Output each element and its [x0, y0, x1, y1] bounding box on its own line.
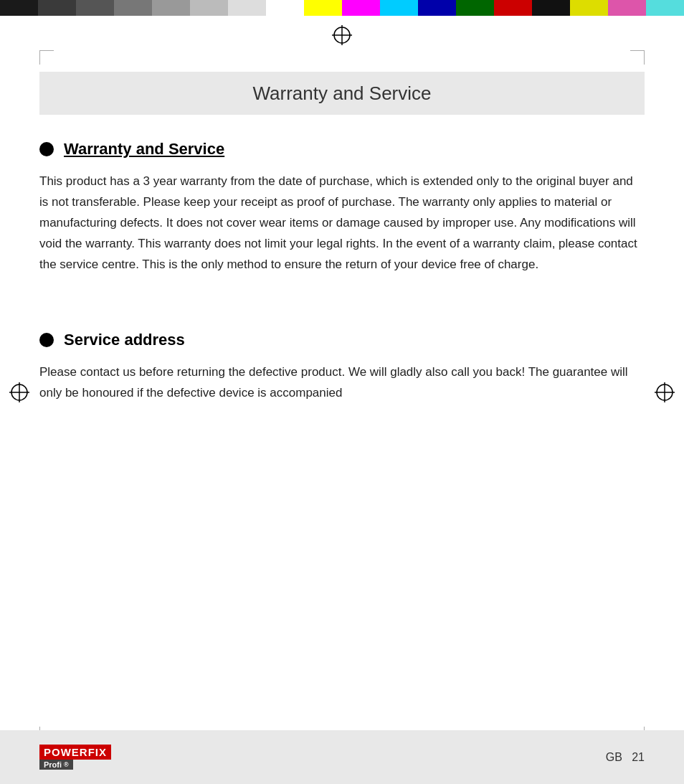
color-bar	[0, 0, 684, 16]
footer: POWERFIX Profi ® GB 21	[0, 730, 684, 784]
color-segment	[380, 0, 418, 16]
color-segment	[152, 0, 190, 16]
corner-mark-tl	[39, 50, 54, 65]
service-bullet	[39, 333, 54, 347]
color-segment	[418, 0, 456, 16]
warranty-heading: Warranty and Service	[39, 140, 645, 159]
header-band: Warranty and Service	[39, 72, 645, 115]
footer-logo: POWERFIX Profi ®	[39, 745, 111, 770]
logo-powerfix: POWERFIX	[39, 745, 111, 760]
service-body: Please contact us before returning the d…	[39, 362, 645, 404]
color-segment	[38, 0, 76, 16]
warranty-title: Warranty and Service	[64, 140, 224, 159]
main-content: Warranty and Service This product has a …	[39, 126, 645, 719]
color-segment	[494, 0, 532, 16]
reg-mark-top	[331, 24, 353, 46]
reg-mark-left	[9, 382, 30, 403]
color-segment	[342, 0, 380, 16]
service-title: Service address	[64, 331, 185, 349]
color-segment	[570, 0, 608, 16]
color-segment	[646, 0, 684, 16]
footer-page: GB 21	[606, 751, 645, 764]
corner-mark-tr	[630, 50, 645, 65]
header-title: Warranty and Service	[252, 82, 431, 105]
color-segment	[190, 0, 228, 16]
service-heading: Service address	[39, 331, 645, 349]
color-segment	[456, 0, 494, 16]
warranty-bullet	[39, 142, 54, 156]
reg-mark-right	[654, 382, 675, 403]
color-segment	[608, 0, 646, 16]
color-segment	[228, 0, 266, 16]
color-segment	[76, 0, 114, 16]
logo-profi: Profi ®	[39, 760, 73, 770]
color-segment	[0, 0, 38, 16]
color-segment	[266, 0, 304, 16]
color-segment	[304, 0, 342, 16]
color-segment	[532, 0, 570, 16]
color-segment	[114, 0, 152, 16]
warranty-body: This product has a 3 year warranty from …	[39, 171, 645, 275]
